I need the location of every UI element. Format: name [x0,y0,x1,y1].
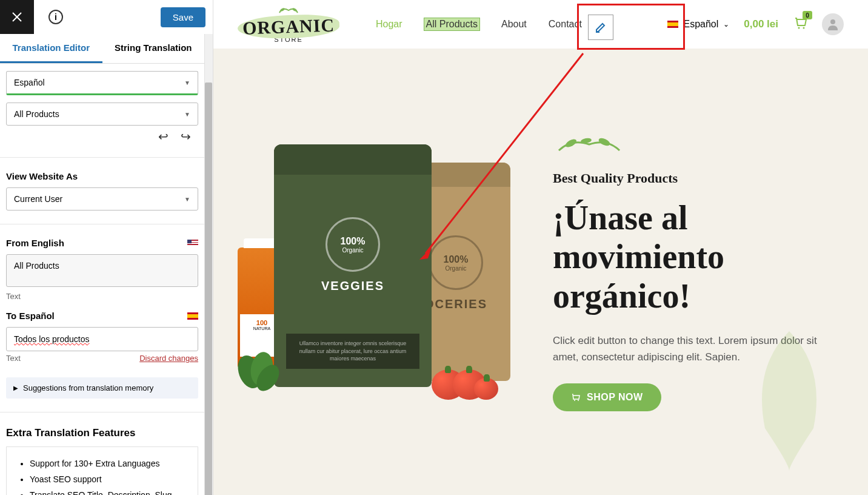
string-select[interactable]: All Products ▼ [6,103,198,126]
language-switcher-label: Español [683,19,718,30]
scrollbar-thumb[interactable] [205,82,212,495]
tab-translation-editor[interactable]: Translation Editor [0,34,102,63]
extra-item: Translate SEO Title, Description, Slug [30,487,187,495]
suggestions-toggle[interactable]: ▶ Suggestions from translation memory [6,377,198,399]
caret-right-icon: ▶ [13,385,18,391]
nav-all-products[interactable]: All Products [424,18,479,30]
language-switcher[interactable]: Español ⌄ [667,19,729,30]
info-icon[interactable]: i [48,10,63,24]
chevron-down-icon: ⌄ [723,20,729,29]
prev-arrow[interactable]: ↩ [158,129,169,144]
tab-string-translation[interactable]: String Translation [102,34,205,63]
shop-btn-label: SHOP NOW [587,392,643,403]
edit-tooltip[interactable] [588,15,613,40]
cart-icon [571,393,581,402]
suggestions-label: Suggestions from translation memory [23,383,153,392]
next-arrow[interactable]: ↪ [181,129,191,144]
header-right: Español ⌄ 0,00 lei 0 [667,13,844,35]
svg-point-16 [574,400,575,401]
shop-now-button[interactable]: SHOP NOW [553,383,661,411]
translation-hint: Text [6,354,21,363]
view-as-label: View Website As [6,171,198,181]
flag-es-icon [187,312,198,320]
svg-point-15 [598,136,611,147]
cart-button[interactable]: 0 [793,16,807,33]
source-text: All Products [6,254,198,287]
leaf-decoration-icon [553,132,844,161]
hero-product-image: 100 NATURA 100% Organic OCERIES [238,49,529,495]
language-select-value: Español [14,78,45,87]
flag-us-icon [187,240,198,247]
chevron-down-icon: ▼ [184,111,190,118]
pencil-icon [595,21,607,33]
hero-subtitle: Best Quality Products [553,170,844,186]
to-language-label: To Español [6,311,55,321]
cart-total: 0,00 lei [744,18,778,30]
svg-point-7 [798,27,800,29]
view-as-select[interactable]: Current User ▼ [6,187,198,210]
basil-decoration [232,345,286,399]
discard-changes-link[interactable]: Discard changes [139,354,198,363]
svg-point-8 [803,27,805,29]
site-header: ORGANIC STORE Hogar All Products About C… [213,0,868,49]
source-hint: Text [6,292,198,301]
extra-item: Support for 130+ Extra Languages [30,456,187,471]
user-avatar[interactable] [822,13,844,35]
website-preview: ORGANIC STORE Hogar All Products About C… [213,0,868,495]
extra-features-box: Support for 130+ Extra Languages Yoast S… [6,446,198,495]
from-language-label: From English [6,238,64,248]
nav-about[interactable]: About [501,19,527,30]
hero-section: 100 NATURA 100% Organic OCERIES [213,49,868,495]
main-nav: Hogar All Products About Contact [376,18,582,30]
extra-features-title: Extra Translation Features [0,427,204,446]
hero-title: ¡Únase al movimiento orgánico! [553,198,844,315]
scrollbar-track [204,34,213,495]
language-select[interactable]: Español ▼ [6,71,198,95]
extra-item: Yoast SEO support [30,471,187,487]
svg-point-9 [830,19,835,24]
site-logo[interactable]: ORGANIC STORE [238,5,339,43]
logo-main-text: ORGANIC [242,15,335,38]
sidebar-header: i Save [0,0,213,34]
product-bag-green: 100% Organic VEGGIES Ullamco inventore i… [274,144,432,387]
translation-sidebar: i Save Translation Editor String Transla… [0,0,213,495]
translation-input[interactable]: Todos los productos [6,327,198,351]
tabs: Translation Editor String Translation [0,34,204,64]
tomatoes-decoration [438,369,492,402]
save-button[interactable]: Save [161,7,205,27]
flag-es-icon [667,21,678,28]
close-button[interactable] [0,0,34,34]
bg-decoration-leaf [729,319,850,477]
chevron-down-icon: ▼ [184,196,190,203]
chevron-down-icon: ▼ [184,79,190,86]
nav-home[interactable]: Hogar [376,19,402,30]
nav-contact[interactable]: Contact [549,19,582,30]
string-select-value: All Products [14,109,59,119]
view-as-value: Current User [14,194,62,204]
cart-count-badge: 0 [803,11,812,19]
svg-point-17 [578,400,579,401]
